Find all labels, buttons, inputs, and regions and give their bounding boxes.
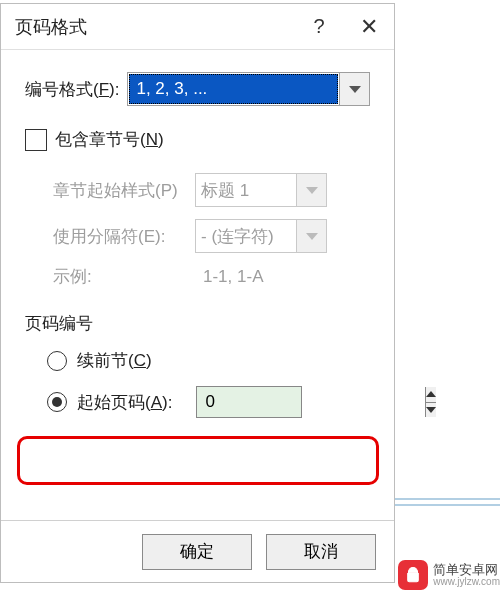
chevron-down-icon [349,86,361,93]
start-at-radio-row[interactable]: 起始页码(A): [47,386,370,418]
watermark-url: www.jylzw.com [433,576,500,587]
number-format-label: 编号格式(F): [25,78,119,101]
start-at-radio-label: 起始页码(A): [77,391,172,414]
close-button[interactable]: ✕ [344,4,394,49]
continue-radio[interactable] [47,351,67,371]
dialog-title: 页码格式 [1,15,294,39]
number-format-row: 编号格式(F): 1, 2, 3, ... [25,72,370,106]
separator-label: 使用分隔符(E): [53,225,195,248]
start-at-spinner[interactable] [196,386,302,418]
page-number-section-title: 页码编号 [25,312,370,335]
chapter-start-style-dropdown-button [296,174,326,206]
help-button[interactable]: ? [294,4,344,49]
chevron-down-icon [306,187,318,194]
chevron-down-icon [426,407,436,413]
example-label: 示例: [53,265,195,288]
separator-dropdown-button [296,220,326,252]
highlight-annotation [17,436,379,485]
chevron-down-icon [306,233,318,240]
number-format-dropdown-button[interactable] [339,73,369,105]
example-value: 1-1, 1-A [195,267,263,287]
include-chapter-row: 包含章节号(N) [25,128,370,151]
watermark: 简单安卓网 www.jylzw.com [398,559,500,591]
separator-value: - (连字符) [197,221,295,251]
spinner-up-button[interactable] [426,387,436,402]
titlebar: 页码格式 ? ✕ [1,4,394,50]
chapter-start-style-label: 章节起始样式(P) [53,179,195,202]
watermark-name: 简单安卓网 [433,563,500,576]
start-at-radio[interactable] [47,392,67,412]
chapter-start-style-value: 标题 1 [197,175,295,205]
chevron-up-icon [426,391,436,397]
separator-row: 使用分隔符(E): - (连字符) [53,219,370,253]
include-chapter-label: 包含章节号(N) [55,128,164,151]
dialog-content: 编号格式(F): 1, 2, 3, ... 包含章节号(N) 章节起始样式(P)… [1,50,394,418]
separator-combo: - (连字符) [195,219,327,253]
number-format-combo[interactable]: 1, 2, 3, ... [127,72,370,106]
continue-radio-row[interactable]: 续前节(C) [47,349,370,372]
number-format-value: 1, 2, 3, ... [129,74,338,104]
ok-button[interactable]: 确定 [142,534,252,570]
spinner-buttons [425,387,436,417]
android-icon [404,566,422,584]
watermark-text: 简单安卓网 www.jylzw.com [433,563,500,587]
example-row: 示例: 1-1, 1-A [53,265,370,288]
start-at-input[interactable] [197,387,425,417]
page-number-format-dialog: 页码格式 ? ✕ 编号格式(F): 1, 2, 3, ... 包含章节号(N) … [0,3,395,583]
watermark-logo [398,560,428,590]
chapter-start-style-row: 章节起始样式(P) 标题 1 [53,173,370,207]
spinner-down-button[interactable] [426,402,436,418]
chapter-settings: 章节起始样式(P) 标题 1 使用分隔符(E): - (连字符) 示例: 1-1… [25,173,370,288]
chapter-start-style-combo: 标题 1 [195,173,327,207]
continue-radio-label: 续前节(C) [77,349,152,372]
cancel-button[interactable]: 取消 [266,534,376,570]
button-bar: 确定 取消 [1,520,394,582]
include-chapter-checkbox[interactable] [25,129,47,151]
